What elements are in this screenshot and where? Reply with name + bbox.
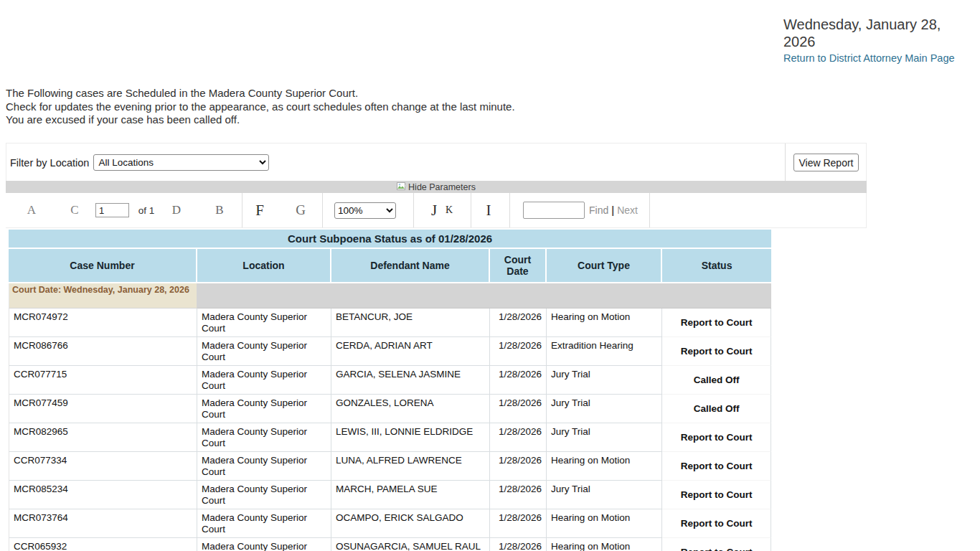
hide-parameters-label: Hide Parameters	[408, 182, 476, 192]
defendant-name-cell: MARCH, PAMELA SUE	[331, 481, 490, 509]
court-type-cell: Hearing on Motion	[547, 509, 662, 538]
toolbar-separator	[649, 193, 650, 227]
table-row: MCR074972Madera County Superior CourtBET…	[9, 309, 771, 337]
column-header-location[interactable]: Location	[197, 249, 331, 283]
page-header: Wednesday, January 28, 2026 Return to Di…	[783, 16, 963, 65]
parent-report-icon[interactable]: F	[255, 202, 264, 220]
toolbar-separator	[322, 193, 323, 227]
page-count-label: of 1	[138, 205, 155, 216]
court-type-cell: Jury Trial	[547, 423, 662, 452]
find-next-separator: |	[611, 204, 614, 216]
status-cell: Report to Court	[662, 423, 771, 452]
location-filter-select[interactable]: All Locations	[93, 154, 269, 171]
case-number-cell: CCR077715	[9, 366, 197, 395]
status-cell: Called Off	[662, 366, 771, 395]
table-row: MCR073764Madera County Superior CourtOCA…	[9, 509, 771, 538]
court-type-cell: Hearing on Motion	[547, 452, 662, 481]
defendant-name-cell: LUNA, ALFRED LAWRENCE	[331, 452, 490, 481]
status-cell: Report to Court	[662, 452, 771, 481]
view-report-button[interactable]: View Report	[793, 154, 859, 171]
case-number-cell: CCR065932	[9, 538, 197, 551]
court-type-cell: Extradition Hearing	[547, 337, 662, 366]
return-to-main-page-link[interactable]: Return to District Attorney Main Page	[783, 52, 963, 65]
hide-parameters-bar[interactable]: Hide Parameters	[6, 181, 867, 193]
column-header-defendant-name[interactable]: Defendant Name	[331, 249, 490, 283]
court-type-cell: Hearing on Motion	[547, 309, 662, 337]
defendant-name-cell: OSUNAGARCIA, SAMUEL RAUL	[331, 538, 490, 551]
court-date-cell: 1/28/2026	[490, 452, 547, 481]
location-cell: Madera County Superior Court	[197, 366, 331, 395]
status-cell: Report to Court	[662, 337, 771, 366]
group-court-date-label: Court Date: Wednesday, January 28, 2026	[9, 283, 197, 309]
location-cell: Madera County Superior Court	[197, 423, 331, 452]
report-table-body: MCR074972Madera County Superior CourtBET…	[9, 309, 771, 551]
court-date-cell: 1/28/2026	[490, 309, 547, 337]
court-subpoena-table: Court Subpoena Status as of 01/28/2026 C…	[9, 230, 771, 551]
export-icon[interactable]: J	[431, 202, 437, 220]
defendant-name-cell: LEWIS, III, LONNIE ELDRIDGE	[331, 423, 490, 452]
find-text-input[interactable]	[523, 202, 585, 219]
defendant-name-cell: GARCIA, SELENA JASMINE	[331, 366, 490, 395]
column-header-court-type[interactable]: Court Type	[547, 249, 662, 283]
table-row: MCR085234Madera County Superior CourtMAR…	[9, 481, 771, 509]
toolbar-separator	[413, 193, 414, 227]
first-page-icon[interactable]: A	[27, 203, 36, 217]
export-dropdown-icon[interactable]: K	[446, 204, 453, 216]
court-date-cell: 1/28/2026	[490, 509, 547, 538]
court-type-cell: Jury Trial	[547, 481, 662, 509]
court-type-cell: Hearing on Motion	[547, 538, 662, 551]
table-row: MCR082965Madera County Superior CourtLEW…	[9, 423, 771, 452]
group-header-row: Court Date: Wednesday, January 28, 2026	[9, 283, 771, 309]
location-cell: Madera County Superior Court	[197, 337, 331, 366]
previous-page-icon[interactable]: C	[70, 203, 78, 217]
parameters-divider	[785, 143, 786, 181]
court-date-cell: 1/28/2026	[490, 395, 547, 423]
case-number-cell: CCR077334	[9, 452, 197, 481]
court-date-cell: 1/28/2026	[490, 366, 547, 395]
court-type-cell: Jury Trial	[547, 366, 662, 395]
court-date-cell: 1/28/2026	[490, 337, 547, 366]
page-number-input[interactable]	[95, 203, 129, 217]
court-date-cell: 1/28/2026	[490, 423, 547, 452]
report-parameters-panel: Filter by Location All Locations View Re…	[6, 143, 867, 181]
status-cell: Report to Court	[662, 481, 771, 509]
zoom-select[interactable]: 100%	[334, 202, 396, 219]
print-icon[interactable]: I	[486, 202, 491, 220]
last-page-icon[interactable]: B	[215, 203, 223, 217]
filter-by-location-label: Filter by Location	[10, 157, 89, 169]
defendant-name-cell: OCAMPO, ERICK SALGADO	[331, 509, 490, 538]
broken-image-icon	[397, 182, 407, 192]
report-title: Court Subpoena Status as of 01/28/2026	[9, 230, 771, 249]
location-cell: Madera County Superior Court	[197, 509, 331, 538]
next-page-icon[interactable]: D	[172, 203, 181, 217]
toolbar-separator	[509, 193, 510, 227]
case-number-cell: MCR073764	[9, 509, 197, 538]
court-type-cell: Jury Trial	[547, 395, 662, 423]
column-header-case-number[interactable]: Case Number	[9, 249, 197, 283]
location-cell: Madera County Superior Court	[197, 395, 331, 423]
case-number-cell: MCR082965	[9, 423, 197, 452]
location-cell: Madera County Superior Court	[197, 452, 331, 481]
location-cell: Madera County Superior Court	[197, 481, 331, 509]
group-header-filler	[197, 283, 771, 309]
table-row: CCR077334Madera County Superior CourtLUN…	[9, 452, 771, 481]
location-cell: Madera County Superior Court	[197, 538, 331, 551]
column-header-status[interactable]: Status	[662, 249, 771, 283]
refresh-icon[interactable]: G	[296, 202, 306, 218]
table-row: CCR077715Madera County Superior CourtGAR…	[9, 366, 771, 395]
next-result-button[interactable]: Next	[617, 204, 638, 216]
intro-text: The Following cases are Scheduled in the…	[6, 87, 515, 127]
table-header-row: Case Number Location Defendant Name Cour…	[9, 249, 771, 283]
report-toolbar: A C of 1 D B F G 100% J K I Find | Next	[6, 193, 867, 228]
intro-line-3: You are excused if your case has been ca…	[6, 113, 515, 127]
current-date: Wednesday, January 28, 2026	[783, 16, 963, 50]
court-date-cell: 1/28/2026	[490, 538, 547, 551]
case-number-cell: MCR085234	[9, 481, 197, 509]
find-button[interactable]: Find	[589, 204, 608, 216]
status-cell: Report to Court	[662, 509, 771, 538]
intro-line-2: Check for updates the evening prior to t…	[6, 100, 515, 114]
column-header-court-date[interactable]: Court Date	[490, 249, 547, 283]
status-cell: Report to Court	[662, 309, 771, 337]
table-row: MCR077459Madera County Superior CourtGON…	[9, 395, 771, 423]
defendant-name-cell: CERDA, ADRIAN ART	[331, 337, 490, 366]
